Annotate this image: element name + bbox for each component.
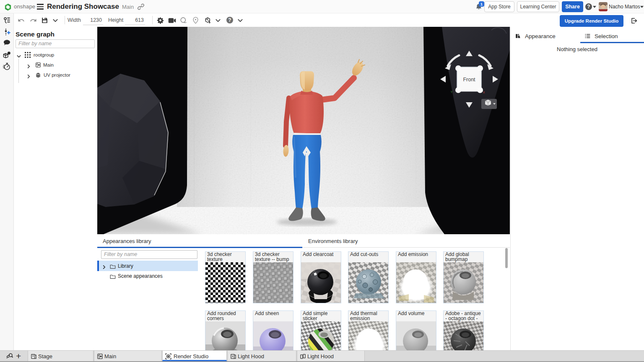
svg-text:?: ? xyxy=(8,52,10,54)
